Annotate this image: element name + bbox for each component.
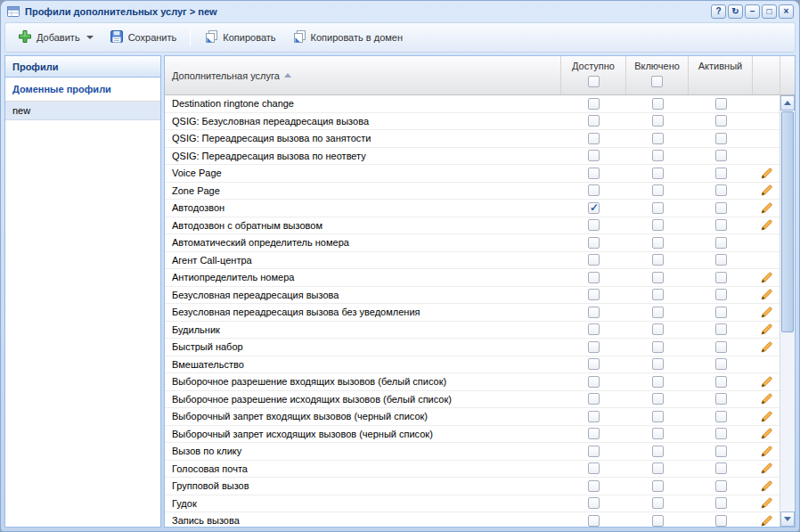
enabled-checkbox[interactable] <box>652 462 664 474</box>
enabled-checkbox[interactable] <box>652 98 664 110</box>
edit-pencil-icon[interactable] <box>761 307 772 318</box>
enabled-checkbox[interactable] <box>652 393 664 405</box>
enabled-checkbox[interactable] <box>652 480 664 492</box>
copy-button[interactable]: Копировать <box>197 26 282 49</box>
table-row[interactable]: Voice Page <box>165 165 780 183</box>
enabled-checkbox[interactable] <box>652 411 664 422</box>
maximize-button[interactable]: □ <box>762 4 777 19</box>
table-row[interactable]: Быстрый набор <box>165 339 780 356</box>
edit-pencil-icon[interactable] <box>761 497 772 509</box>
add-button[interactable]: Добавить <box>11 26 101 49</box>
table-row[interactable]: Гудок <box>165 495 780 513</box>
save-button[interactable]: Сохранить <box>102 26 184 49</box>
active-checkbox[interactable] <box>715 323 727 335</box>
scrollbar-thumb[interactable] <box>781 111 794 332</box>
table-row[interactable]: Антиопределитель номера <box>165 269 780 287</box>
active-checkbox[interactable] <box>715 219 727 231</box>
scroll-down-button[interactable] <box>780 512 795 527</box>
available-checkbox[interactable] <box>588 98 600 110</box>
edit-pencil-icon[interactable] <box>761 376 772 388</box>
enabled-checkbox[interactable] <box>652 515 664 527</box>
copy-to-domain-button[interactable]: Копировать в домен <box>285 26 410 49</box>
table-row[interactable]: Запись вызова <box>165 512 780 527</box>
table-row[interactable]: Выборочное разрешение входящих вызовов (… <box>165 373 780 391</box>
table-row[interactable]: Безусловная переадресация вызова без уве… <box>165 304 780 322</box>
edit-pencil-icon[interactable] <box>761 393 772 405</box>
enabled-checkbox[interactable] <box>652 358 664 370</box>
available-checkbox[interactable] <box>588 133 600 144</box>
available-checkbox[interactable] <box>588 184 600 196</box>
available-checkbox[interactable] <box>588 323 600 335</box>
enabled-checkbox[interactable] <box>652 237 664 249</box>
active-checkbox[interactable] <box>715 462 727 474</box>
available-checkbox[interactable] <box>588 411 600 422</box>
available-checkbox[interactable] <box>588 272 600 283</box>
active-checkbox[interactable] <box>715 272 727 283</box>
refresh-button[interactable]: ↻ <box>728 4 743 19</box>
edit-pencil-icon[interactable] <box>761 515 772 527</box>
edit-pencil-icon[interactable] <box>761 411 772 422</box>
enabled-checkbox[interactable] <box>652 272 664 283</box>
enabled-checkbox[interactable] <box>652 376 664 388</box>
enabled-checkbox[interactable] <box>652 254 664 266</box>
enabled-checkbox[interactable] <box>652 307 664 318</box>
column-header-service[interactable]: Дополнительная услуга <box>165 56 561 94</box>
edit-pencil-icon[interactable] <box>761 289 772 300</box>
active-checkbox[interactable] <box>715 202 727 214</box>
edit-pencil-icon[interactable] <box>761 168 772 179</box>
available-checkbox[interactable] <box>588 115 600 127</box>
active-checkbox[interactable] <box>715 376 727 388</box>
enabled-checkbox[interactable] <box>652 289 664 300</box>
column-header-enabled[interactable]: Включено <box>626 56 689 94</box>
edit-pencil-icon[interactable] <box>761 184 772 196</box>
available-checkbox[interactable] <box>588 150 600 161</box>
active-checkbox[interactable] <box>715 341 727 353</box>
sidebar-tab-profili[interactable]: Профили <box>5 56 160 78</box>
edit-pencil-icon[interactable] <box>761 272 772 283</box>
available-checkbox[interactable] <box>588 168 600 179</box>
help-button[interactable]: ? <box>711 4 726 19</box>
available-checkbox[interactable] <box>588 358 600 370</box>
edit-pencil-icon[interactable] <box>761 219 772 231</box>
enabled-checkbox[interactable] <box>652 341 664 353</box>
enabled-checkbox[interactable] <box>652 150 664 161</box>
active-checkbox[interactable] <box>715 515 727 527</box>
enabled-checkbox[interactable] <box>652 168 664 179</box>
vertical-scrollbar[interactable] <box>780 95 795 527</box>
table-row[interactable]: Выборочный запрет входящих вызовов (черн… <box>165 408 780 426</box>
active-checkbox[interactable] <box>715 446 727 457</box>
table-row[interactable]: Будильник <box>165 322 780 340</box>
available-header-checkbox[interactable] <box>588 76 600 87</box>
available-checkbox[interactable] <box>588 307 600 318</box>
enabled-checkbox[interactable] <box>652 497 664 509</box>
active-checkbox[interactable] <box>715 307 727 318</box>
active-checkbox[interactable] <box>715 184 727 196</box>
enabled-checkbox[interactable] <box>652 202 664 214</box>
sidebar-item-new[interactable]: new <box>5 102 160 120</box>
active-checkbox[interactable] <box>715 168 727 179</box>
enabled-header-checkbox[interactable] <box>651 76 663 87</box>
available-checkbox[interactable] <box>588 289 600 300</box>
sidebar-group-domain-profiles[interactable]: Доменные профили <box>5 78 160 102</box>
available-checkbox[interactable] <box>588 237 600 249</box>
table-row[interactable]: Групповой вызов <box>165 478 780 495</box>
enabled-checkbox[interactable] <box>652 446 664 457</box>
available-checkbox[interactable] <box>588 219 600 231</box>
edit-pencil-icon[interactable] <box>761 446 772 457</box>
edit-pencil-icon[interactable] <box>761 480 772 492</box>
enabled-checkbox[interactable] <box>652 184 664 196</box>
edit-pencil-icon[interactable] <box>761 428 772 439</box>
enabled-checkbox[interactable] <box>652 323 664 335</box>
scroll-up-button[interactable] <box>780 95 795 110</box>
column-header-available[interactable]: Доступно <box>561 56 626 94</box>
active-checkbox[interactable] <box>715 98 727 110</box>
table-row[interactable]: Выборочное разрешение исходящих вызовов … <box>165 391 780 409</box>
edit-pencil-icon[interactable] <box>761 462 772 474</box>
available-checkbox[interactable] <box>588 428 600 439</box>
active-checkbox[interactable] <box>715 133 727 144</box>
edit-pencil-icon[interactable] <box>761 341 772 353</box>
close-button[interactable]: × <box>779 4 794 19</box>
table-row[interactable]: QSIG: Переадресация вызова по неответу <box>165 148 780 166</box>
edit-pencil-icon[interactable] <box>761 323 772 335</box>
table-row[interactable]: Агент Call-центра <box>165 252 780 270</box>
